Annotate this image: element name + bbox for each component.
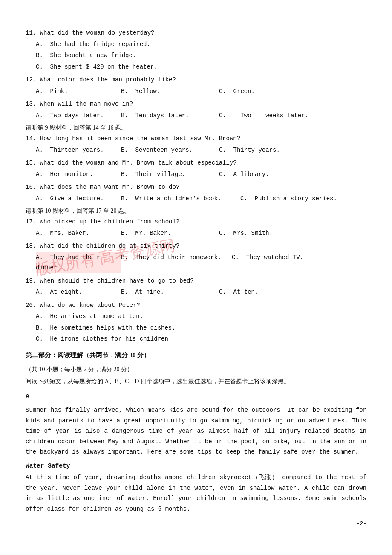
q18-optA: A. They had their dinner. — [36, 252, 121, 273]
top-rule — [26, 17, 366, 17]
q16-optA: A. Give a lecture. — [36, 194, 121, 204]
question-16: 16. What does the man want Mr. Brown to … — [26, 182, 366, 204]
section2-header: 第二部分：阅读理解（共两节，满分 30 分） — [26, 350, 366, 361]
q12-optA: A. Pink. — [36, 86, 121, 97]
q13-options: A. Two days later. B. Ten days later. C.… — [36, 110, 366, 121]
page-number: -2- — [357, 520, 366, 527]
section2-subheader-text: （共 10 小题；每小题 2 分，满分 20 分） — [26, 366, 133, 373]
q19-optA: A. At eight. — [36, 287, 121, 298]
q12-number: 12. — [26, 76, 36, 83]
q12-text: 12. What color does the man probably lik… — [26, 75, 366, 85]
q15-options: A. Her monitor. B. Their village. C. A l… — [36, 169, 366, 180]
passage-para-1: Summer has finally arrived, which means … — [26, 405, 366, 457]
section2-header-text: 第二部分：阅读理解（共两节，满分 30 分） — [26, 352, 150, 358]
q15-optB: B. Their village. — [121, 169, 219, 180]
q11-optC: C. She spent $ 420 on the heater. — [36, 62, 366, 72]
q17-options: A. Mrs. Baker. B. Mr. Baker. C. Mrs. Smi… — [36, 228, 366, 239]
q19-optC: C. At ten. — [219, 287, 366, 298]
q18-optC: C. They watched TV. — [232, 252, 366, 273]
q11-optB: B. She bought a new fridge. — [36, 50, 366, 61]
q20-options: A. He arrives at home at ten. B. He some… — [36, 311, 366, 344]
q14-optB: B. Seventeen years. — [121, 145, 219, 156]
question-14: 14. How long has it been since the woman… — [26, 133, 366, 155]
q16-optB: B. Write a children's book. — [121, 194, 240, 204]
q17-optC: C. Mrs. Smith. — [219, 228, 366, 239]
q16-options: A. Give a lecture. B. Write a children's… — [36, 194, 366, 204]
section2-block: 第二部分：阅读理解（共两节，满分 30 分） （共 10 小题；每小题 2 分，… — [26, 350, 366, 387]
q19-text: 19. When should the children have to go … — [26, 276, 366, 286]
q17-text: 17. Who picked up the children from scho… — [26, 217, 366, 227]
water-safety-title: Water Safety — [26, 461, 366, 471]
question-17: 17. Who picked up the children from scho… — [26, 217, 366, 238]
q20-optC: C. He irons clothes for his children. — [36, 334, 366, 344]
q16-optC: C. Publish a story series. — [240, 194, 366, 204]
question-18: 18. What did the children do at six thir… — [26, 241, 366, 273]
q19-optB: B. At nine. — [121, 287, 219, 298]
q13-question: When will the man move in? — [40, 101, 133, 107]
q13-optB: B. Ten days later. — [121, 110, 219, 121]
q13-optC: C. Two weeks later. — [219, 110, 366, 121]
page-number-text: -2- — [357, 520, 366, 527]
section2-subheader: （共 10 小题；每小题 2 分，满分 20 分） — [26, 364, 366, 375]
section9-label: 请听第 9 段材料，回答第 14 至 16 题。 — [26, 124, 127, 131]
q12-optC: C. Green. — [219, 86, 366, 97]
section9-header: 请听第 9 段材料，回答第 14 至 16 题。 — [26, 124, 366, 132]
q18-text: 18. What did the children do at six thir… — [26, 241, 366, 251]
page-container: 11. What did the woman do yesterday? A. … — [0, 0, 392, 540]
q14-text: 14. How long has it been since the woman… — [26, 133, 366, 144]
section10-label: 请听第 10 段材料，回答第 17 至 20 题。 — [26, 208, 130, 214]
q20-optB: B. He sometimes helps with the dishes. — [36, 323, 366, 333]
question-20: 20. What do we know about Peter? A. He a… — [26, 300, 366, 344]
q18-options: A. They had their dinner. B. They did th… — [36, 252, 366, 273]
q17-optB: B. Mr. Baker. — [121, 228, 219, 239]
q11-text: 11. What did the woman do yesterday? — [26, 28, 366, 38]
q17-optA: A. Mrs. Baker. — [36, 228, 121, 239]
q18-optB: B. They did their homework. — [121, 252, 232, 273]
q14-optA: A. Thirteen years. — [36, 145, 121, 156]
q11-optA: A. She had the fridge repaired. — [36, 39, 366, 50]
question-12: 12. What color does the man probably lik… — [26, 75, 366, 96]
question-11: 11. What did the woman do yesterday? A. … — [26, 28, 366, 72]
q15-text: 15. What did the woman and Mr. Brown tal… — [26, 158, 366, 168]
passage-a-label: A — [26, 391, 366, 402]
passage-label-text: A — [26, 393, 29, 400]
question-19: 19. When should the children have to go … — [26, 276, 366, 298]
q19-options: A. At eight. B. At nine. C. At ten. — [36, 287, 366, 298]
q12-options: A. Pink. B. Yellow. C. Green. — [36, 86, 366, 97]
q13-number: 13. — [26, 101, 36, 107]
reading-passage: Summer has finally arrived, which means … — [26, 405, 366, 514]
q13-optA: A. Two days later. — [36, 110, 121, 121]
section2-instruction-text: 阅读下列短文，从每题所给的 A、B、C、D 四个选项中，选出最佳选项，并在答题卡… — [26, 378, 290, 384]
q20-text: 20. What do we know about Peter? — [26, 300, 366, 311]
question-15: 15. What did the woman and Mr. Brown tal… — [26, 158, 366, 179]
q15-optA: A. Her monitor. — [36, 169, 121, 180]
q14-optC: C. Thirty years. — [219, 145, 366, 156]
q20-optA: A. He arrives at home at ten. — [36, 311, 366, 322]
q14-options: A. Thirteen years. B. Seventeen years. C… — [36, 145, 366, 156]
section10-header: 请听第 10 段材料，回答第 17 至 20 题。 — [26, 207, 366, 215]
q12-optB: B. Yellow. — [121, 86, 219, 97]
passage-para-2: At this time of year, drowning deaths am… — [26, 472, 366, 514]
q16-text: 16. What does the man want Mr. Brown to … — [26, 182, 366, 193]
q12-question: What color does the man probably like? — [40, 76, 176, 83]
q11-number: 11. — [26, 29, 36, 36]
q15-optC: C. A library. — [219, 169, 366, 180]
q11-options: A. She had the fridge repaired. B. She b… — [36, 39, 366, 72]
section2-instruction: 阅读下列短文，从每题所给的 A、B、C、D 四个选项中，选出最佳选项，并在答题卡… — [26, 376, 366, 387]
question-13: 13. When will the man move in? A. Two da… — [26, 99, 366, 121]
q13-text: 13. When will the man move in? — [26, 99, 366, 110]
q11-question: What did the woman do yesterday? — [40, 29, 155, 36]
